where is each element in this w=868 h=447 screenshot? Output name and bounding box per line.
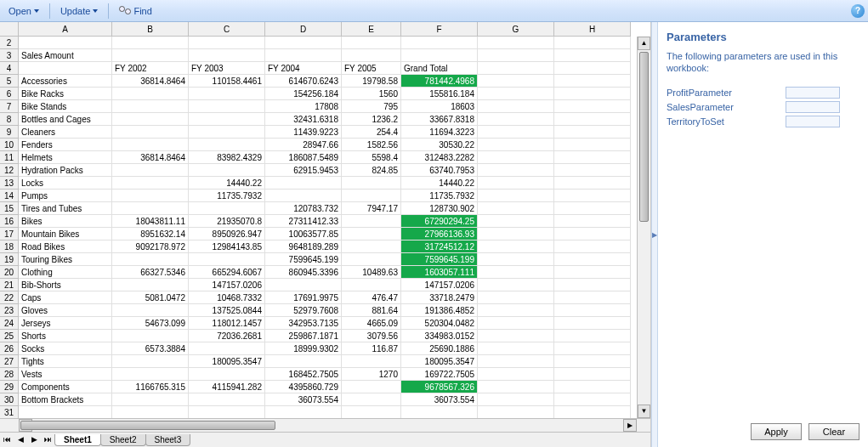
cell[interactable]: Bike Racks [19,88,112,100]
cell-grid[interactable]: Sales AmountFY 2002FY 2003FY 2004FY 2005… [19,37,637,418]
row-header[interactable]: 31 [0,406,19,418]
cell[interactable]: Cleaners [19,126,112,139]
row-header[interactable]: 4 [0,62,19,75]
cell[interactable]: 4115941.282 [189,381,265,393]
cell[interactable]: Bottom Brackets [19,393,112,406]
cell[interactable]: 12984143.85 [189,240,265,253]
cell[interactable]: Bib-Shorts [19,279,112,291]
cell[interactable]: 1270 [342,368,401,381]
cell[interactable]: Tires and Tubes [19,202,112,215]
cell[interactable]: 259867.1871 [265,330,342,342]
cell[interactable]: Locks [19,177,112,190]
cell[interactable]: 5598.4 [342,151,401,164]
row-header[interactable]: 12 [0,164,19,177]
apply-button[interactable]: Apply [751,423,802,440]
find-button[interactable]: Find [114,4,156,18]
cell[interactable]: 7599645.199 [401,253,478,266]
cell[interactable]: 18043811.11 [112,215,189,228]
open-menu[interactable]: Open [3,4,44,18]
row-header[interactable]: 21 [0,279,19,291]
parameter-input[interactable] [786,116,840,127]
scroll-down-icon[interactable]: ▼ [638,405,650,418]
sheet-tab[interactable]: Sheet3 [145,434,191,446]
cell[interactable]: 9648189.289 [265,240,342,253]
cell[interactable]: 62915.9453 [265,164,342,177]
cell[interactable]: 11735.7932 [189,190,265,202]
help-icon[interactable]: ? [851,4,865,18]
row-header[interactable]: 11 [0,151,19,164]
cell[interactable]: 17808 [265,100,342,113]
cell[interactable]: Vests [19,368,112,381]
cell[interactable]: 781442.4968 [401,75,478,88]
row-header[interactable]: 5 [0,75,19,88]
cell[interactable]: 31724512.12 [401,240,478,253]
row-header[interactable]: 30 [0,393,19,406]
cell[interactable]: 180095.3547 [401,355,478,368]
cell[interactable]: 342953.7135 [265,317,342,330]
cell[interactable]: 11694.3223 [401,126,478,139]
cell[interactable]: 5081.0472 [112,291,189,304]
column-header[interactable]: B [112,22,189,37]
cell[interactable]: 614670.6243 [265,75,342,88]
cell[interactable]: 7599645.199 [265,253,342,266]
cell[interactable]: 154256.184 [265,88,342,100]
cell[interactable]: 860945.3396 [265,266,342,279]
cell[interactable]: Touring Bikes [19,253,112,266]
row-header[interactable]: 28 [0,368,19,381]
cell[interactable]: Jerseys [19,317,112,330]
cell[interactable]: 180095.3547 [189,355,265,368]
cell[interactable]: 32431.6318 [265,113,342,126]
cell[interactable]: 120783.732 [265,202,342,215]
cell[interactable]: 476.47 [342,291,401,304]
cell[interactable]: 128730.902 [401,202,478,215]
cell[interactable]: 19798.58 [342,75,401,88]
cell[interactable]: 14440.22 [189,177,265,190]
cell[interactable]: Components [19,381,112,393]
cell[interactable]: 11735.7932 [401,190,478,202]
select-all-corner[interactable] [0,22,19,37]
scroll-thumb[interactable] [20,421,275,430]
row-header[interactable]: 23 [0,304,19,317]
cell[interactable]: 10489.63 [342,266,401,279]
cell[interactable]: 881.64 [342,304,401,317]
cell[interactable]: FY 2005 [342,62,401,75]
cell[interactable]: Bike Stands [19,100,112,113]
cell[interactable]: 665294.6067 [189,266,265,279]
row-header[interactable]: 18 [0,240,19,253]
column-header[interactable]: E [342,22,401,37]
cell[interactable]: 36814.8464 [112,75,189,88]
column-header[interactable]: H [554,22,631,37]
scroll-right-icon[interactable]: ▶ [623,419,637,432]
cell[interactable]: 4395860.729 [265,381,342,393]
cell[interactable]: 4665.09 [342,317,401,330]
row-header[interactable]: 19 [0,253,19,266]
column-header[interactable]: G [478,22,554,37]
row-header[interactable]: 16 [0,215,19,228]
row-header[interactable]: 29 [0,381,19,393]
cell[interactable]: 8950926.947 [189,228,265,240]
cell[interactable]: 10063577.85 [265,228,342,240]
cell[interactable]: 30530.22 [401,139,478,151]
cell[interactable]: 14440.22 [401,177,478,190]
cell[interactable]: 168452.7505 [265,368,342,381]
cell[interactable]: Accessories [19,75,112,88]
cell[interactable]: 17691.9975 [265,291,342,304]
cell[interactable]: 254.4 [342,126,401,139]
cell[interactable]: Hydration Packs [19,164,112,177]
parameter-input[interactable] [786,87,840,99]
column-header[interactable]: A [19,22,112,37]
cell[interactable]: Clothing [19,266,112,279]
cell[interactable]: Caps [19,291,112,304]
row-header[interactable]: 8 [0,113,19,126]
row-header[interactable]: 13 [0,177,19,190]
cell[interactable]: 1603057.111 [401,266,478,279]
cell[interactable]: 11439.9223 [265,126,342,139]
cell[interactable]: 33718.2479 [401,291,478,304]
row-header[interactable]: 9 [0,126,19,139]
clear-button[interactable]: Clear [808,423,859,440]
cell[interactable]: FY 2002 [112,62,189,75]
row-header[interactable]: 15 [0,202,19,215]
cell[interactable]: Grand Total [401,62,478,75]
cell[interactable]: Shorts [19,330,112,342]
cell[interactable]: 67290294.25 [401,215,478,228]
